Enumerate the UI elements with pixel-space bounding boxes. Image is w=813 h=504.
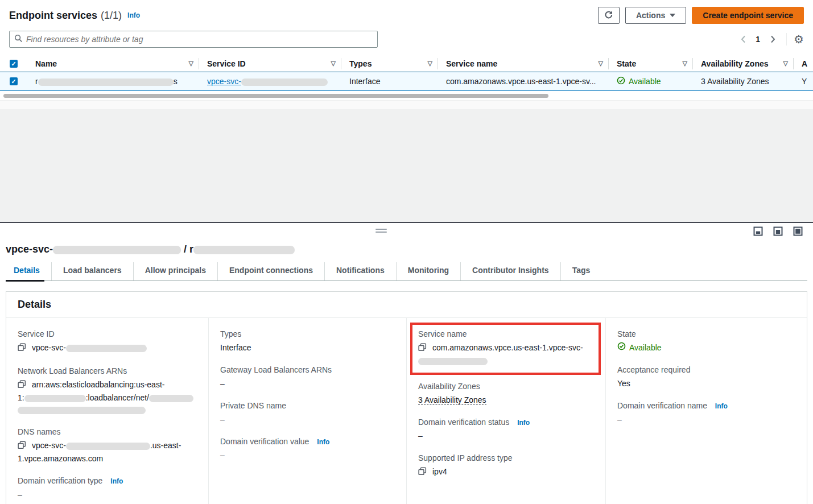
field-label: Domain verification status [418,418,509,427]
pagination: 1 ⚙ [736,32,804,46]
panel-size-large-icon[interactable] [793,226,803,238]
next-page-icon[interactable] [766,32,779,46]
refresh-icon [604,10,613,21]
redaction-bar [241,79,328,86]
info-link[interactable]: Info [110,477,123,485]
field-label: DNS names [18,427,200,436]
column-label: State [617,59,636,68]
filter-icon[interactable]: ▽ [599,60,603,67]
column-header-service-id[interactable]: Service ID ▽ [199,56,341,72]
details-card-header: Details [6,292,807,318]
panel-title-fragment: vpce-svc- [6,243,53,255]
availability-zones-popover[interactable]: 3 Availability Zones [701,77,769,86]
column-header-service-name[interactable]: Service name ▽ [438,56,609,72]
pager-divider [786,33,787,46]
actions-button[interactable]: Actions [625,7,686,24]
column-header-name[interactable]: Name ▽ [27,56,199,72]
tab-details[interactable]: Details [6,262,52,280]
availability-zones-popover[interactable]: 3 Availability Zones [418,395,486,405]
copy-icon[interactable] [418,343,427,355]
info-link[interactable]: Info [127,11,140,19]
details-card-body: Service ID vpce-svc- Network Load Balanc… [6,318,807,504]
field-label: Service name [418,329,593,338]
caret-down-icon [670,14,675,17]
state-badge: Available [617,342,662,354]
search-input[interactable] [26,35,373,44]
panel-size-medium-icon[interactable] [773,226,783,238]
column-header-state[interactable]: State ▽ [609,56,693,72]
field-label: Domain verification name [617,401,707,410]
column-label: Types [349,59,372,68]
redaction-bar [53,246,181,254]
tab-allow-principals[interactable]: Allow principals [134,262,218,280]
search-box[interactable] [9,31,378,48]
tab-tags[interactable]: Tags [561,262,602,280]
redaction-bar [193,246,295,254]
tab-monitoring[interactable]: Monitoring [397,262,461,280]
prev-page-icon[interactable] [736,32,750,46]
tab-endpoint-connections[interactable]: Endpoint connections [218,262,325,280]
cell-types: Interface [341,77,438,86]
field-label: Acceptance required [617,365,799,374]
page-number[interactable]: 1 [752,35,764,44]
search-row: 1 ⚙ [9,31,804,48]
field-value: Interface [220,342,398,354]
panel-size-small-icon[interactable] [753,226,763,238]
info-link[interactable]: Info [715,402,728,410]
field-label: Availability Zones [418,382,597,391]
state-label: Available [629,77,661,86]
field-service-name-annotated: Service name com.amazonaws.vpce.us-east-… [410,323,601,375]
service-id-link[interactable]: vpce-svc- [207,77,328,86]
copy-icon[interactable] [18,441,26,453]
cell-service-name: com.amazonaws.vpce.us-east-1.vpce-sv... [438,77,609,86]
filter-icon[interactable]: ▽ [683,60,687,67]
details-column-1: Service ID vpce-svc- Network Load Balanc… [6,318,209,504]
filter-icon[interactable]: ▽ [189,60,193,67]
copy-icon[interactable] [418,467,427,479]
column-label: Availability Zones [701,59,769,68]
redaction-bar [66,345,147,352]
scrollbar-thumb[interactable] [3,94,548,98]
panel-drag-handle-icon[interactable] [375,229,387,234]
row-checkbox[interactable]: ✓ [10,77,18,85]
cell-availability-zones: 3 Availability Zones [693,77,794,86]
column-header-types[interactable]: Types ▽ [341,56,438,72]
redaction-bar [18,407,146,414]
tab-contributor-insights[interactable]: Contributor Insights [461,262,561,280]
field-label: Domain verification value [220,437,309,446]
header-checkbox-cell: ✓ [0,60,27,68]
field-availability-zones: Availability Zones 3 Availability Zones [418,382,597,406]
cell-name: rs [27,77,199,86]
tab-load-balancers[interactable]: Load balancers [52,262,134,280]
redaction-bar [149,395,193,402]
filter-icon[interactable]: ▽ [428,60,432,67]
field-value: – [220,449,398,461]
field-value: ipv4 [432,467,447,476]
settings-gear-icon[interactable]: ⚙ [794,34,804,45]
column-header-availability-zones[interactable]: Availability Zones ▽ [693,56,794,72]
select-all-checkbox[interactable]: ✓ [10,60,18,68]
table-footer-space [0,100,813,109]
info-link[interactable]: Info [517,419,530,427]
panel-tabs: Details Load balancers Allow principals … [6,262,807,281]
column-header-acceptance[interactable]: A [794,56,813,72]
tab-notifications[interactable]: Notifications [325,262,397,280]
field-value: 1.vpce.amazonaws.com [18,454,103,463]
state-badge: Available [617,76,661,86]
copy-icon[interactable] [18,380,26,392]
cell-state: Available [609,76,693,86]
refresh-button[interactable] [598,7,620,24]
field-state: State Available [617,329,799,354]
create-endpoint-service-button[interactable]: Create endpoint service [692,7,804,24]
state-label: Available [629,342,662,354]
table-row[interactable]: ✓ rs vpce-svc- Interface com.amazonaws.v… [0,72,813,91]
filter-icon[interactable]: ▽ [331,60,336,67]
field-types: Types Interface [220,329,398,354]
field-label: Gateway Load Balancers ARNs [220,365,398,374]
field-value: – [418,430,597,442]
field-value: vpce-svc- [32,441,66,450]
info-link[interactable]: Info [317,438,329,446]
filter-icon[interactable]: ▽ [783,60,788,67]
service-id-fragment: vpce-svc- [207,77,241,86]
copy-icon[interactable] [18,343,26,355]
